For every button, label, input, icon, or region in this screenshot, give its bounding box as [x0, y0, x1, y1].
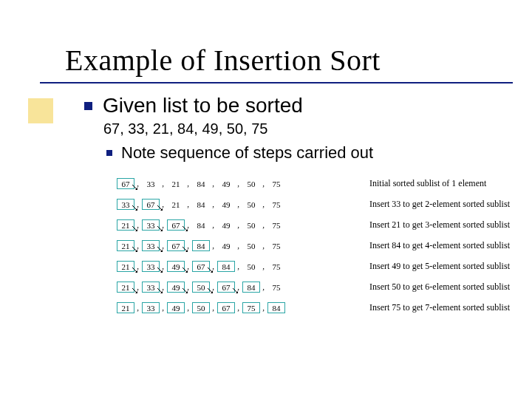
diagram-cell: 49,: [217, 219, 235, 231]
diagram-cell: 67,: [117, 178, 134, 189]
comma: ,: [162, 178, 164, 189]
title-underline: [40, 82, 513, 83]
comma: ,: [237, 178, 239, 189]
diagram-cell: 49,: [217, 240, 235, 251]
diagram-cells: 21,33,49,50,67,75,84: [117, 302, 318, 313]
comma: ,: [187, 302, 189, 313]
comma: ,: [162, 240, 164, 251]
comma: ,: [137, 282, 139, 293]
diagram-cell: 75: [267, 282, 285, 293]
diagram-cell: 49,: [167, 282, 185, 293]
diagram-cell: 50,: [192, 302, 210, 313]
comma: ,: [237, 240, 239, 251]
bullet-1-text: Given list to be sorted: [103, 94, 303, 117]
comma: ,: [212, 261, 214, 272]
diagram-cell: 75: [267, 240, 285, 251]
diagram-cell: 67,: [217, 302, 235, 313]
diagram-caption: Insert 50 to get 6-element sorted sublis…: [369, 282, 510, 293]
diagram-cell: 75: [267, 261, 285, 272]
diagram-cell: 21,: [117, 302, 134, 313]
comma: ,: [162, 302, 164, 313]
diagram-cell: 21,: [167, 199, 185, 210]
diagram-cell: 49,: [167, 261, 185, 272]
comma: ,: [237, 261, 239, 272]
comma: ,: [137, 240, 139, 251]
comma: ,: [137, 178, 139, 189]
comma: ,: [237, 282, 239, 293]
diagram-row: 21,33,67,84,49,50,75Insert 21 to get 3-e…: [117, 214, 511, 235]
diagram-caption: Insert 33 to get 2-element sorted sublis…: [369, 199, 510, 210]
comma: ,: [137, 199, 139, 210]
diagram-cell: 33,: [142, 178, 160, 189]
slide: Example of Insertion Sort Given list to …: [0, 0, 532, 399]
diagram-row: 21,33,67,84,49,50,75Insert 84 to get 4-e…: [117, 235, 511, 256]
diagram-caption: Insert 75 to get 7-element sorted sublis…: [369, 302, 510, 313]
comma: ,: [262, 261, 265, 272]
comma: ,: [187, 240, 189, 251]
diagram-cells: 21,33,67,84,49,50,75: [117, 219, 318, 231]
comma: ,: [237, 219, 239, 231]
diagram-cell: 50,: [242, 261, 260, 272]
comma: ,: [212, 178, 214, 189]
comma: ,: [187, 261, 189, 272]
diagram-cell: 84,: [192, 199, 210, 210]
diagram-cell: 67,: [167, 219, 185, 231]
diagram-cell: 67,: [192, 261, 210, 272]
diagram-cell: 21,: [117, 261, 134, 272]
diagram-cell: 84,: [192, 219, 210, 231]
comma: ,: [237, 302, 239, 313]
comma: ,: [187, 178, 189, 189]
diagram-cell: 50,: [242, 219, 260, 231]
comma: ,: [137, 219, 139, 231]
comma: ,: [262, 282, 265, 293]
diagram-caption: Insert 84 to get 4-element sorted sublis…: [369, 240, 510, 251]
diagram-cells: 21,33,67,84,49,50,75: [117, 240, 318, 251]
diagram-cell: 21,: [117, 219, 134, 231]
diagram-cell: 75: [267, 178, 285, 189]
comma: ,: [162, 261, 164, 272]
comma: ,: [262, 199, 265, 210]
slide-title: Example of Insertion Sort: [65, 43, 511, 78]
diagram-cell: 49,: [217, 199, 235, 210]
diagram-cell: 75: [267, 199, 285, 210]
slide-body: Given list to be sorted 67, 33, 21, 84, …: [84, 94, 511, 318]
diagram-row: 21,33,49,50,67,84,75Insert 50 to get 6-e…: [117, 276, 511, 297]
diagram-cell: 84,: [217, 261, 235, 272]
comma: ,: [212, 240, 214, 251]
square-bullet-icon: [106, 150, 112, 156]
diagram-cell: 84,: [242, 282, 260, 293]
diagram-cell: 21,: [117, 282, 134, 293]
diagram-cell: 75: [267, 219, 285, 231]
comma: ,: [212, 199, 214, 210]
diagram-cells: 21,33,49,67,84,50,75: [117, 261, 318, 272]
diagram-cell: 21,: [167, 178, 185, 189]
comma: ,: [162, 282, 164, 293]
diagram-row: 21,33,49,50,67,75,84Insert 75 to get 7-e…: [117, 297, 511, 318]
bullet-row-2: Note sequence of steps carried out: [106, 143, 511, 163]
diagram-cell: 50,: [242, 240, 260, 251]
accent-square: [28, 98, 53, 123]
comma: ,: [187, 219, 189, 231]
comma: ,: [262, 240, 265, 251]
diagram-cells: 67,33,21,84,49,50,75: [117, 178, 318, 189]
diagram-cells: 21,33,49,50,67,84,75: [117, 282, 318, 293]
diagram-cell: 21,: [117, 240, 134, 251]
comma: ,: [137, 302, 139, 313]
diagram-cell: 49,: [217, 178, 235, 189]
diagram-cell: 49,: [167, 302, 185, 313]
diagram-cell: 33,: [142, 261, 160, 272]
comma: ,: [262, 219, 265, 231]
diagram-cell: 33,: [142, 219, 160, 231]
insertion-sort-diagram: 67,33,21,84,49,50,75Initial sorted subli…: [117, 173, 511, 318]
diagram-cell: 84,: [192, 240, 210, 251]
diagram-row: 33,67,21,84,49,50,75Insert 33 to get 2-e…: [117, 194, 511, 214]
diagram-cell: 33,: [142, 302, 160, 313]
comma: ,: [212, 282, 214, 293]
comma: ,: [262, 178, 265, 189]
comma: ,: [187, 199, 189, 210]
diagram-cell: 84: [267, 302, 285, 313]
diagram-row: 21,33,49,67,84,50,75Insert 49 to get 5-e…: [117, 256, 511, 276]
diagram-caption: Initial sorted sublist of 1 element: [369, 178, 486, 189]
comma: ,: [162, 219, 164, 231]
diagram-cells: 33,67,21,84,49,50,75: [117, 199, 318, 210]
